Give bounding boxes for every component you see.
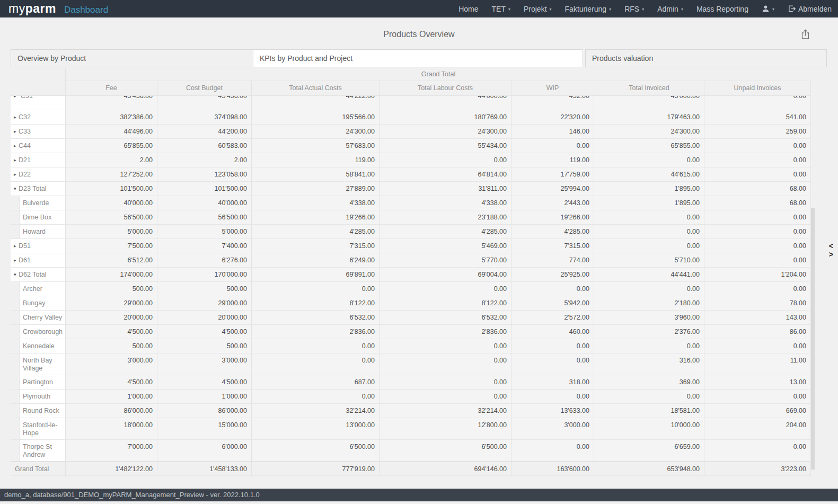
table-cell: 2'572.00	[511, 311, 594, 324]
expand-icon[interactable]: ▸	[11, 242, 17, 250]
expand-icon[interactable]: ▸	[11, 156, 17, 164]
nav-item-admin[interactable]: Admin▾	[657, 5, 683, 13]
row-label-cell[interactable]: ▸D61	[11, 253, 66, 267]
cell-value: 694'146.00	[382, 465, 507, 473]
row-label-cell[interactable]: ▸C32	[11, 110, 66, 124]
cell-value: 2'376.00	[596, 328, 700, 336]
brand-logo[interactable]: myparm Dashboard	[8, 3, 108, 15]
row-label-cell[interactable]: ▸D22	[11, 167, 66, 181]
collapse-icon[interactable]: ▾	[11, 271, 17, 279]
cell-value: 0.00	[596, 342, 700, 350]
table-cell: 19'266.00	[252, 210, 380, 224]
table-cell: 2'180.00	[594, 296, 704, 310]
table-cell: 0.00	[511, 139, 594, 153]
nav-item-mass-reporting[interactable]: Mass Reporting	[696, 5, 748, 13]
expand-icon[interactable]: ▸	[11, 113, 17, 121]
table-cell: 452.00	[511, 96, 594, 110]
table-cell: 1'895.00	[594, 182, 704, 196]
nav-item-tet[interactable]: TET▾	[492, 5, 510, 13]
cell-value: 0.00	[254, 393, 375, 401]
vertical-scrollbar-thumb[interactable]	[811, 208, 815, 470]
nav-item-projekt[interactable]: Projekt▾	[524, 5, 552, 13]
table-cell: 0.00	[594, 339, 704, 353]
nav-item-home[interactable]: Home	[458, 5, 478, 13]
table-cell: 777'919.00	[252, 462, 380, 475]
tab-overview-by-product[interactable]: Overview by Product	[11, 49, 253, 67]
expand-icon[interactable]: ▸	[11, 96, 17, 100]
nav-item-rfs[interactable]: RFS▾	[624, 5, 644, 13]
cell-value: 179'463.00	[596, 113, 700, 121]
expand-icon[interactable]: ▸	[11, 128, 17, 136]
export-button[interactable]	[800, 29, 810, 40]
logout-button[interactable]: Abmelden	[788, 5, 832, 13]
next-page-icon[interactable]: >	[829, 251, 833, 259]
table-cell: 0.00	[594, 225, 704, 238]
table-row: ▸D616'512.006'276.006'249.005'770.00774.…	[11, 253, 811, 268]
row-label-cell[interactable]: ▸C44	[11, 139, 66, 153]
table-cell: 6'000.00	[157, 440, 252, 461]
table-cell: 6'500.00	[252, 440, 380, 461]
cell-value: 2'836.00	[254, 328, 375, 336]
row-label-cell[interactable]: ▾D23 Total	[11, 182, 66, 196]
table-cell: 6'500.00	[380, 440, 511, 461]
table-row: ▾D62 Total174'000.00170'000.0069'891.006…	[11, 268, 811, 282]
table-cell: 7'315.00	[511, 239, 594, 253]
cell-value: 143.00	[707, 314, 806, 322]
expand-icon[interactable]: ▸	[11, 142, 17, 150]
cell-value: 0.00	[514, 142, 589, 150]
expand-icon[interactable]: ▸	[11, 171, 17, 179]
nav-item-label: Mass Reporting	[696, 5, 748, 13]
table-cell: 0.00	[511, 353, 594, 375]
table-cell: 1'000.00	[157, 390, 252, 403]
cell-value: 0.00	[382, 393, 507, 401]
chevron-down-icon: ▾	[550, 7, 552, 12]
table-cell: 31'811.00	[380, 182, 511, 196]
table-cell: 45'000.00	[594, 96, 704, 110]
cell-value: 0.00	[707, 142, 806, 150]
cell-value: 32'214.00	[254, 407, 375, 415]
table-cell: 10'000.00	[594, 418, 704, 439]
row-indent	[11, 390, 20, 403]
row-label-cell[interactable]: ▾D62 Total	[11, 268, 66, 281]
cell-value: 195'566.00	[254, 113, 375, 121]
cell-value: 24'300.00	[382, 128, 507, 136]
cell-value: 0.00	[707, 285, 806, 293]
cell-value: 4'338.00	[254, 199, 375, 207]
table-row: Crowborough4'500.004'500.002'836.002'836…	[11, 325, 811, 339]
collapse-icon[interactable]: ▾	[11, 185, 17, 193]
row-label-cell[interactable]: ▸D51	[11, 239, 66, 253]
row-label-cell: Plymouth	[11, 390, 66, 403]
row-label-cell[interactable]: ▸D21	[11, 153, 66, 167]
cell-value: 6'532.00	[382, 314, 507, 322]
table-cell: 0.00	[594, 390, 704, 403]
cell-value: 0.00	[382, 342, 507, 350]
table-cell: 13'633.00	[511, 404, 594, 418]
table-cell: 0.00	[380, 390, 511, 403]
chevron-down-icon: ▾	[772, 7, 774, 12]
cell-value: 777'919.00	[254, 465, 375, 473]
tab-kpis-by-product-and-project[interactable]: KPIs by Product and Project	[253, 49, 583, 67]
cell-value: 4'338.00	[382, 199, 507, 207]
group-header-label: Grand Total	[66, 68, 811, 81]
table-cell: 56'500.00	[66, 210, 157, 224]
tab-products-valuation[interactable]: Products valuation	[585, 49, 827, 67]
cell-value: 0.00	[514, 443, 589, 451]
row-label-cell[interactable]: ▸C33	[11, 125, 66, 138]
table-cell: 13'000.00	[252, 418, 380, 439]
expand-icon[interactable]: ▸	[11, 257, 17, 264]
table-cell: 4'285.00	[380, 225, 511, 238]
cell-value: 57'683.00	[254, 142, 375, 150]
table-cell: 60'583.00	[157, 139, 252, 153]
user-menu[interactable]: ▾	[762, 5, 774, 13]
table-cell: 44'200.00	[157, 125, 252, 138]
cell-value: 4'500.00	[68, 328, 153, 336]
nav-item-fakturierung[interactable]: Fakturierung▾	[565, 5, 612, 13]
cell-value: 0.00	[707, 156, 806, 164]
cell-value: 687.00	[254, 378, 375, 386]
cell-value: 56'500.00	[160, 214, 247, 222]
prev-page-icon[interactable]: <	[829, 242, 833, 250]
row-label: Crowborough	[20, 328, 65, 338]
cell-value: 22'320.00	[514, 113, 589, 121]
table-cell: 64'814.00	[380, 167, 511, 181]
tab-label: Overview by Product	[17, 54, 86, 63]
